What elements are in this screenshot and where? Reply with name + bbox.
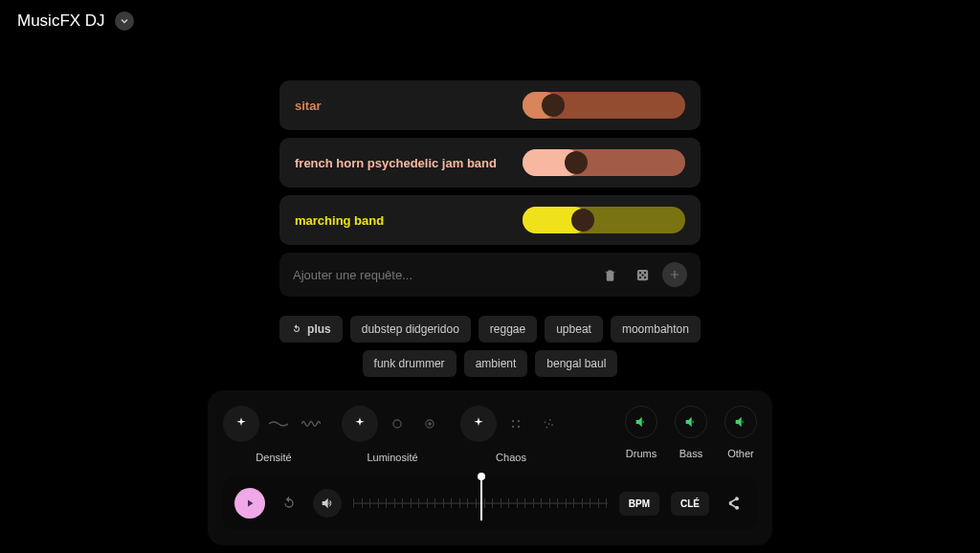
luminosity-label: Luminosité: [367, 452, 417, 463]
sparkle-icon: [234, 416, 249, 431]
chevron-down-icon: [120, 16, 129, 26]
svg-point-16: [546, 427, 547, 429]
sparkle-icon: [471, 416, 486, 431]
speaker-icon: [683, 414, 699, 430]
bass-mute-button[interactable]: [675, 406, 707, 438]
circle-dot-icon: [423, 417, 436, 431]
svg-point-4: [638, 276, 640, 277]
refresh-chip[interactable]: plus: [279, 316, 343, 343]
bass-mute-group: Bass: [675, 406, 707, 459]
svg-point-11: [512, 426, 514, 428]
grid-icon: [509, 417, 523, 431]
play-icon: [244, 498, 256, 509]
add-track-input[interactable]: [293, 268, 590, 282]
speaker-icon: [634, 414, 649, 430]
svg-point-12: [518, 426, 520, 428]
suggestion-chip[interactable]: moombahton: [611, 316, 701, 343]
track-slider[interactable]: [523, 149, 685, 176]
svg-point-10: [518, 420, 520, 422]
track-row: french horn psychedelic jam band: [279, 138, 701, 188]
other-mute-button[interactable]: [724, 406, 757, 438]
share-button[interactable]: [721, 491, 746, 516]
delete-button[interactable]: [597, 262, 622, 287]
share-icon: [725, 496, 741, 511]
luminosity-high-button[interactable]: [416, 410, 443, 437]
drums-mute-group: Drums: [625, 406, 657, 459]
sparkle-icon: [352, 416, 368, 431]
density-label: Densité: [256, 452, 291, 463]
suggestion-chip[interactable]: bengal baul: [535, 350, 617, 377]
svg-point-13: [545, 421, 546, 423]
wave-high-icon: [301, 419, 321, 429]
knob-row: Densité Luminosité: [223, 406, 757, 463]
volume-button[interactable]: [313, 489, 342, 518]
chaos-auto-button[interactable]: [460, 406, 497, 442]
controls-panel: Densité Luminosité: [208, 390, 772, 545]
circle-outline-icon: [390, 417, 404, 431]
svg-point-2: [643, 271, 645, 273]
wave-low-icon: [269, 420, 288, 428]
drums-label: Drums: [626, 448, 657, 459]
timeline-cursor[interactable]: [480, 478, 482, 520]
play-button[interactable]: [234, 488, 265, 519]
svg-point-8: [428, 422, 432, 426]
bpm-button[interactable]: BPM: [619, 492, 659, 516]
suggestion-chip[interactable]: funk drummer: [363, 350, 457, 377]
suggestion-chip[interactable]: reggae: [479, 316, 537, 343]
svg-point-6: [393, 420, 401, 428]
header: MusicFX DJ: [0, 0, 980, 42]
other-label: Other: [727, 448, 754, 459]
transport-row: BPM CLÉ: [223, 476, 757, 530]
suggestion-chips: plus dubstep didgeridoo reggae upbeat mo…: [279, 316, 701, 377]
add-button[interactable]: [662, 262, 687, 287]
chaos-high-button[interactable]: [535, 410, 562, 437]
svg-point-1: [638, 271, 640, 273]
refresh-icon: [291, 323, 302, 335]
trash-icon: [603, 268, 617, 282]
restart-icon: [281, 496, 297, 511]
drums-mute-button[interactable]: [625, 406, 657, 438]
chaos-label: Chaos: [496, 452, 526, 463]
track-slider[interactable]: [523, 92, 685, 119]
mode-dropdown[interactable]: [115, 11, 134, 31]
track-label[interactable]: marching band: [295, 213, 384, 228]
suggestion-chip[interactable]: ambient: [464, 350, 528, 377]
tracks-panel: sitar french horn psychedelic jam band m…: [279, 80, 701, 377]
speaker-icon: [733, 414, 748, 430]
track-label[interactable]: sitar: [295, 99, 321, 113]
svg-point-15: [551, 424, 553, 426]
other-mute-group: Other: [724, 406, 757, 459]
svg-point-14: [549, 419, 551, 421]
svg-point-5: [643, 276, 645, 277]
svg-point-9: [512, 420, 514, 422]
track-row: marching band: [279, 195, 701, 245]
add-track-row: [279, 253, 701, 297]
dice-icon: [635, 268, 650, 282]
suggestion-chip[interactable]: upbeat: [545, 316, 603, 343]
suggestion-chip[interactable]: dubstep didgeridoo: [350, 316, 471, 343]
restart-button[interactable]: [277, 491, 301, 516]
chaos-group: Chaos: [460, 406, 562, 463]
plus-icon: [668, 268, 681, 281]
density-low-button[interactable]: [265, 410, 292, 437]
svg-point-17: [548, 423, 550, 425]
luminosity-group: Luminosité: [342, 406, 443, 463]
density-high-button[interactable]: [298, 410, 324, 437]
key-button[interactable]: CLÉ: [671, 492, 709, 516]
luminosity-auto-button[interactable]: [342, 406, 378, 442]
timeline[interactable]: [353, 486, 608, 520]
luminosity-low-button[interactable]: [384, 410, 411, 437]
bass-label: Bass: [679, 448, 702, 459]
density-auto-button[interactable]: [223, 406, 259, 442]
app-title: MusicFX DJ: [17, 11, 105, 31]
track-label[interactable]: french horn psychedelic jam band: [295, 156, 497, 170]
scatter-icon: [542, 417, 555, 431]
randomize-button[interactable]: [630, 262, 655, 287]
svg-point-3: [641, 274, 643, 276]
chaos-low-button[interactable]: [502, 410, 529, 437]
track-row: sitar: [279, 80, 701, 130]
density-group: Densité: [223, 406, 324, 463]
volume-icon: [320, 496, 335, 511]
track-slider[interactable]: [523, 207, 685, 233]
